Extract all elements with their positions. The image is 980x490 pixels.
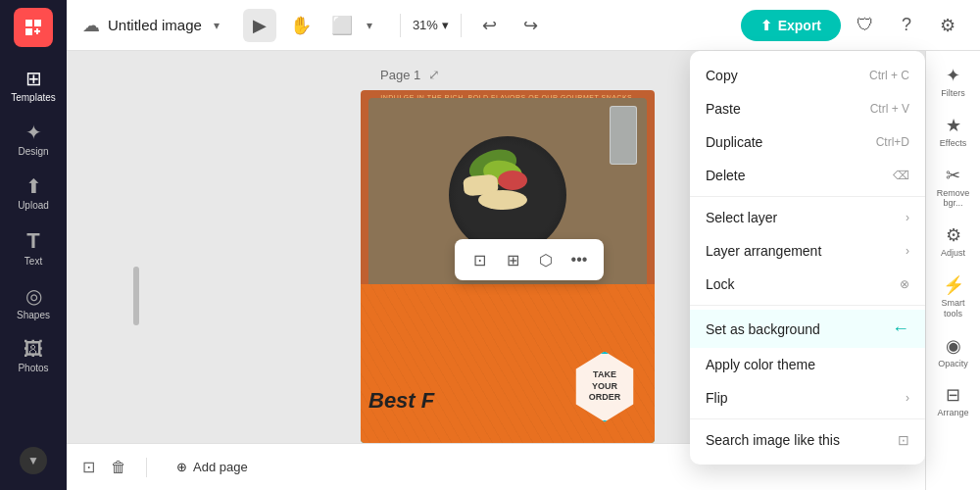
canvas-best-text: Best F bbox=[368, 388, 434, 414]
select-tool-btn[interactable]: ▶ bbox=[243, 9, 276, 42]
menu-item-layer-arrangement[interactable]: Layer arrangement › bbox=[690, 234, 925, 268]
grid-btn[interactable]: ⊞ bbox=[498, 245, 527, 274]
menu-select-layer-label: Select layer bbox=[706, 210, 777, 225]
top-bar: ☁ Untitled image ▾ ▶ ✋ ⬜ ▾ 31% ▾ ↩ ↪ ⬆ E… bbox=[67, 0, 980, 51]
panel-tool-label: Opacity bbox=[938, 359, 968, 369]
sidebar-item-templates[interactable]: ⊞ Templates bbox=[4, 59, 63, 111]
undo-btn[interactable]: ↩ bbox=[473, 9, 507, 42]
panel-tool-remove-bg[interactable]: ✂ Remove bgr... bbox=[929, 159, 978, 216]
menu-paste-label: Paste bbox=[706, 101, 741, 117]
frame-btn[interactable]: ⬡ bbox=[531, 245, 561, 274]
menu-item-select-layer[interactable]: Select layer › bbox=[690, 201, 925, 234]
panel-tool-smart[interactable]: ⚡ Smart tools bbox=[929, 269, 978, 325]
menu-item-paste[interactable]: Paste Ctrl + V bbox=[690, 92, 925, 125]
add-page-button[interactable]: ⊕ Add page bbox=[167, 454, 258, 480]
sidebar-item-design[interactable]: ✦ Design bbox=[4, 113, 63, 165]
shapes-icon: ◎ bbox=[25, 284, 42, 308]
zoom-chevron-icon: ▾ bbox=[442, 18, 449, 32]
panel-tool-filters[interactable]: ✦ Filters bbox=[929, 59, 978, 105]
page-expand-icon: ⤢ bbox=[428, 67, 440, 82]
sidebar-item-photos[interactable]: 🖼 Photos bbox=[4, 330, 63, 381]
redo-btn[interactable]: ↪ bbox=[514, 9, 548, 42]
menu-item-delete[interactable]: Delete ⌫ bbox=[690, 159, 925, 192]
menu-lock-shortcut: ⊗ bbox=[900, 277, 909, 291]
page-label: Page 1 ⤢ bbox=[380, 67, 440, 82]
sidebar-item-upload[interactable]: ⬆ Upload bbox=[4, 167, 63, 219]
top-bar-right: ⬆ Export 🛡 ? ⚙ bbox=[741, 9, 964, 42]
add-page-label: Add page bbox=[193, 460, 248, 474]
design-icon: ✦ bbox=[25, 121, 42, 144]
help-btn[interactable]: ? bbox=[890, 9, 923, 42]
menu-copy-label: Copy bbox=[706, 68, 738, 83]
pan-tool-btn[interactable]: ✋ bbox=[284, 9, 318, 42]
badge-line3: ORDER bbox=[589, 392, 621, 402]
menu-copy-shortcut: Ctrl + C bbox=[869, 69, 909, 82]
menu-apply-theme-label: Apply color theme bbox=[706, 357, 815, 372]
page-label-text: Page 1 bbox=[380, 68, 420, 82]
panel-tool-label: Effects bbox=[940, 138, 966, 149]
toolbar-separator-2 bbox=[461, 14, 462, 37]
menu-divider-2 bbox=[690, 305, 925, 306]
document-title: Untitled image bbox=[108, 17, 202, 33]
menu-item-lock[interactable]: Lock ⊗ bbox=[690, 268, 925, 301]
export-button[interactable]: ⬆ Export bbox=[741, 10, 841, 41]
title-chevron-icon[interactable]: ▾ bbox=[214, 19, 220, 32]
add-page-icon: ⊕ bbox=[176, 460, 187, 474]
left-sidebar: ⊞ Templates ✦ Design ⬆ Upload T Text ◎ S… bbox=[0, 0, 67, 490]
sidebar-item-label: Design bbox=[18, 146, 48, 157]
menu-item-apply-theme[interactable]: Apply color theme bbox=[690, 348, 925, 381]
menu-item-flip[interactable]: Flip › bbox=[690, 381, 925, 415]
menu-item-copy[interactable]: Copy Ctrl + C bbox=[690, 59, 925, 92]
upload-icon: ⬆ bbox=[25, 174, 42, 198]
panel-tool-opacity[interactable]: ◉ Opacity bbox=[929, 329, 978, 375]
panel-tool-label: Adjust bbox=[941, 248, 965, 259]
background-arrow-indicator: ← bbox=[892, 318, 909, 339]
panel-tool-label: Arrange bbox=[937, 408, 968, 418]
duplicate-icon[interactable]: ⊡ bbox=[82, 458, 95, 476]
settings-btn[interactable]: ⚙ bbox=[931, 9, 964, 42]
bottom-separator bbox=[146, 458, 147, 477]
crop-btn[interactable]: ⊡ bbox=[465, 245, 494, 274]
panel-tool-arrange[interactable]: ⊟ Arrange bbox=[929, 378, 978, 424]
cloud-icon: ☁ bbox=[82, 15, 100, 36]
menu-select-layer-arrow-icon: › bbox=[906, 211, 909, 224]
export-label: Export bbox=[778, 18, 821, 33]
zoom-control[interactable]: 31% ▾ bbox=[413, 18, 449, 32]
filters-icon: ✦ bbox=[946, 65, 960, 86]
menu-duplicate-shortcut: Ctrl+D bbox=[876, 135, 909, 149]
menu-search-image-label: Search image like this bbox=[706, 432, 840, 448]
sidebar-item-label: Photos bbox=[18, 363, 48, 373]
shield-btn[interactable]: 🛡 bbox=[849, 9, 882, 42]
sidebar-item-label: Shapes bbox=[17, 310, 50, 320]
menu-lock-label: Lock bbox=[706, 276, 735, 292]
sidebar-item-text[interactable]: T Text bbox=[4, 220, 63, 274]
scroll-handle[interactable] bbox=[133, 267, 139, 325]
delete-icon[interactable]: 🗑 bbox=[111, 459, 126, 476]
sidebar-item-shapes[interactable]: ◎ Shapes bbox=[4, 276, 63, 328]
adjust-icon: ⚙ bbox=[946, 224, 961, 246]
sidebar-item-label: Templates bbox=[11, 92, 56, 103]
badge-line1: TAKE bbox=[593, 369, 616, 379]
panel-tool-label: Filters bbox=[941, 88, 965, 99]
menu-divider-3 bbox=[690, 418, 925, 419]
panel-tool-effects[interactable]: ★ Effects bbox=[929, 109, 978, 155]
menu-divider-1 bbox=[690, 196, 925, 197]
frame-chevron-icon[interactable]: ▾ bbox=[367, 19, 372, 32]
menu-item-set-background[interactable]: Set as background ← bbox=[690, 310, 925, 348]
menu-item-duplicate[interactable]: Duplicate Ctrl+D bbox=[690, 125, 925, 159]
opacity-icon: ◉ bbox=[946, 335, 961, 357]
more-btn[interactable]: ••• bbox=[564, 245, 594, 274]
menu-delete-label: Delete bbox=[706, 168, 745, 183]
panel-tool-adjust[interactable]: ⚙ Adjust bbox=[929, 219, 978, 265]
menu-layer-arrangement-arrow-icon: › bbox=[906, 244, 909, 258]
sidebar-item-label: Upload bbox=[18, 200, 49, 211]
badge-line2: YOUR bbox=[592, 381, 617, 391]
menu-search-image-icon: ⊡ bbox=[898, 432, 909, 448]
menu-duplicate-label: Duplicate bbox=[706, 134, 762, 150]
sidebar-expand-btn[interactable]: ▼ bbox=[20, 447, 47, 474]
templates-icon: ⊞ bbox=[25, 67, 42, 90]
menu-item-search-image[interactable]: Search image like this ⊡ bbox=[690, 423, 925, 457]
frame-tool-btn[interactable]: ⬜ bbox=[325, 9, 359, 42]
menu-delete-shortcut: ⌫ bbox=[893, 169, 909, 182]
app-logo[interactable] bbox=[14, 8, 53, 47]
